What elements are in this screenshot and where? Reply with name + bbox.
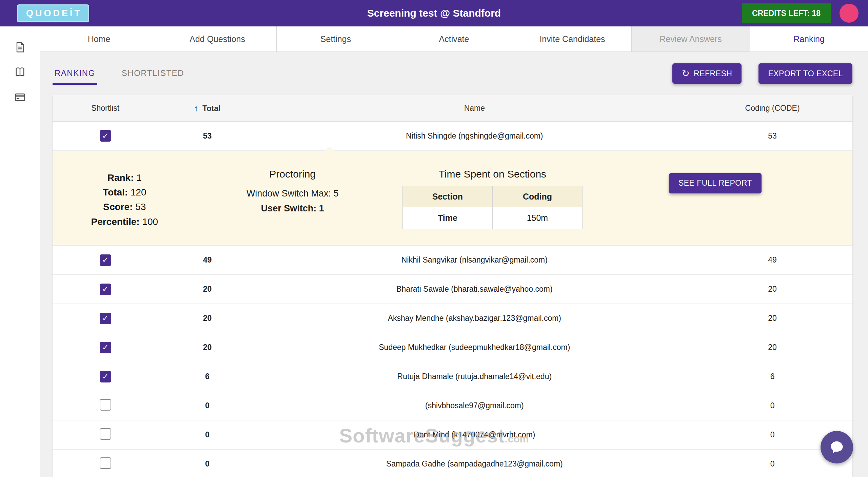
- total-line: Total: 120: [53, 185, 197, 200]
- top-bar: QUODEİT Screening test @ Standford CREDI…: [0, 0, 868, 26]
- coding-score-cell: 49: [692, 246, 852, 275]
- time-spent-title: Time Spent on Sections: [389, 168, 596, 180]
- candidate-name-cell: Bharati Sawale (bharati.sawale@yahoo.com…: [257, 275, 693, 304]
- credits-badge: CREDITS LEFT: 18: [742, 3, 831, 23]
- table-row[interactable]: ✓53Nitish Shingde (ngshingde@gmail.com)5…: [53, 121, 852, 150]
- candidate-detail-panel: Rank: 1 Total: 120 Score: 53 Percentile:…: [53, 151, 852, 246]
- shortlist-checkbox[interactable]: [100, 457, 111, 469]
- nav-tab-ranking[interactable]: Ranking: [750, 26, 868, 51]
- shortlist-cell: ✓: [53, 121, 158, 150]
- app-logo: QUODEİT: [17, 4, 89, 22]
- column-header-shortlist: Shortlist: [53, 95, 158, 121]
- table-row[interactable]: ✓20Sudeep Mukhedkar (sudeepmukhedkar18@g…: [53, 333, 852, 362]
- table-row[interactable]: ✓20Akshay Mendhe (akshay.bazigar.123@gma…: [53, 304, 852, 333]
- nav-tab-invite-candidates[interactable]: Invite Candidates: [513, 26, 631, 51]
- user-avatar[interactable]: [840, 4, 859, 23]
- subtab-shortlisted[interactable]: SHORTLISTED: [120, 62, 186, 85]
- shortlist-checkbox[interactable]: [100, 428, 111, 440]
- shortlist-cell: ✓: [53, 333, 158, 362]
- time-table-row-value: 150m: [492, 207, 582, 229]
- column-header-name: Name: [257, 95, 693, 121]
- ranking-table-card: Shortlist ↑Total Name Coding (CODE) ✓53N…: [53, 95, 852, 477]
- percentile-line: Percentile: 100: [53, 214, 197, 229]
- assignment-icon[interactable]: [13, 40, 27, 54]
- time-spent-block: Time Spent on Sections Section Coding Ti…: [389, 168, 596, 229]
- time-table-row-label: Time: [402, 207, 492, 229]
- shortlist-cell: [53, 450, 158, 477]
- coding-score-cell: 53: [692, 121, 852, 150]
- shortlist-cell: ✓: [53, 246, 158, 275]
- shortlist-checkbox[interactable]: ✓: [100, 342, 111, 353]
- table-header-row: Shortlist ↑Total Name Coding (CODE): [53, 95, 852, 121]
- expand-notch-icon: [324, 146, 334, 151]
- shortlist-cell: [53, 420, 158, 450]
- subtab-ranking[interactable]: RANKING: [53, 62, 97, 85]
- nav-tab-settings[interactable]: Settings: [276, 26, 395, 51]
- library-icon[interactable]: [13, 65, 27, 79]
- candidate-name-cell: Akshay Mendhe (akshay.bazigar.123@gmail.…: [257, 304, 693, 333]
- chat-bubble-icon: [829, 439, 845, 455]
- nav-tab-add-questions[interactable]: Add Questions: [158, 26, 276, 51]
- chat-launcher-button[interactable]: [821, 431, 853, 463]
- time-table-col-coding: Coding: [492, 186, 582, 207]
- nav-tab-home[interactable]: Home: [40, 26, 158, 51]
- ranking-table: Shortlist ↑Total Name Coding (CODE) ✓53N…: [53, 95, 852, 477]
- proctoring-block: Proctoring Window Switch Max: 5 User Swi…: [197, 168, 389, 216]
- coding-score-cell: 20: [692, 275, 852, 304]
- column-header-coding: Coding (CODE): [692, 95, 852, 121]
- score-line: Score: 53: [53, 200, 197, 214]
- proctoring-title: Proctoring: [197, 168, 389, 180]
- payment-card-icon[interactable]: [13, 90, 27, 104]
- table-row[interactable]: ✓49Nikhil Sangvikar (nlsangvikar@gmail.c…: [53, 246, 852, 275]
- nav-tab-review-answers[interactable]: Review Answers: [631, 26, 750, 51]
- total-score-cell: 0: [158, 420, 256, 450]
- column-header-total[interactable]: ↑Total: [158, 95, 256, 121]
- sort-ascending-icon[interactable]: ↑: [194, 103, 199, 113]
- candidate-name-cell: Sudeep Mukhedkar (sudeepmukhedkar18@gmai…: [257, 333, 693, 362]
- topbar-right-cluster: CREDITS LEFT: 18: [742, 3, 859, 23]
- export-to-excel-button[interactable]: EXPORT TO EXCEL: [758, 63, 852, 84]
- shortlist-checkbox[interactable]: [100, 399, 111, 411]
- ranking-subtabs: RANKINGSHORTLISTED: [53, 62, 186, 85]
- nav-tab-activate[interactable]: Activate: [395, 26, 513, 51]
- table-row[interactable]: 0Dont Mind (k1470074@mvrht.com)0: [53, 420, 852, 450]
- candidate-name-cell: (shivbhosale97@gmail.com): [257, 391, 693, 420]
- user-switch-line: User Switch: 1: [197, 201, 389, 216]
- total-score-cell: 0: [158, 450, 256, 477]
- main-nav-tabs: HomeAdd QuestionsSettingsActivateInvite …: [40, 26, 868, 52]
- window-switch-line: Window Switch Max: 5: [197, 186, 389, 201]
- shortlist-checkbox[interactable]: ✓: [100, 371, 111, 382]
- shortlist-checkbox[interactable]: ✓: [100, 254, 111, 266]
- sidebar: [0, 26, 40, 477]
- shortlist-checkbox[interactable]: ✓: [100, 313, 111, 324]
- total-score-cell: 20: [158, 304, 256, 333]
- content-area: RANKINGSHORTLISTED ↻ REFRESH EXPORT TO E…: [40, 52, 868, 477]
- table-row[interactable]: 0(shivbhosale97@gmail.com)0: [53, 391, 852, 420]
- table-row[interactable]: ✓6Rutuja Dhamale (rutuja.dhamale14@vit.e…: [53, 362, 852, 391]
- time-table-col-section: Section: [402, 186, 492, 207]
- total-score-cell: 20: [158, 275, 256, 304]
- refresh-button[interactable]: ↻ REFRESH: [672, 63, 742, 84]
- coding-score-cell: 20: [692, 333, 852, 362]
- time-spent-table: Section Coding Time 150m: [402, 186, 583, 229]
- toolbar: ↻ REFRESH EXPORT TO EXCEL: [672, 63, 852, 84]
- rank-line: Rank: 1: [53, 170, 197, 185]
- candidate-stats: Rank: 1 Total: 120 Score: 53 Percentile:…: [53, 168, 197, 229]
- total-score-cell: 20: [158, 333, 256, 362]
- shortlist-cell: ✓: [53, 275, 158, 304]
- table-row[interactable]: ✓20Bharati Sawale (bharati.sawale@yahoo.…: [53, 275, 852, 304]
- total-score-cell: 6: [158, 362, 256, 391]
- shortlist-checkbox[interactable]: ✓: [100, 284, 111, 295]
- shortlist-checkbox[interactable]: ✓: [100, 130, 111, 142]
- see-full-report-button[interactable]: SEE FULL REPORT: [669, 173, 762, 193]
- report-zone: SEE FULL REPORT: [596, 168, 852, 193]
- page-title: Screening test @ Standford: [0, 7, 868, 19]
- total-score-cell: 53: [158, 121, 256, 150]
- total-score-cell: 49: [158, 246, 256, 275]
- candidate-name-cell: Nikhil Sangvikar (nlsangvikar@gmail.com): [257, 246, 693, 275]
- table-row[interactable]: 0Sampada Gadhe (sampadagadhe123@gmail.co…: [53, 450, 852, 477]
- total-score-cell: 0: [158, 391, 256, 420]
- candidate-name-cell: Nitish Shingde (ngshingde@gmail.com): [257, 121, 693, 150]
- coding-score-cell: 20: [692, 304, 852, 333]
- coding-score-cell: 6: [692, 362, 852, 391]
